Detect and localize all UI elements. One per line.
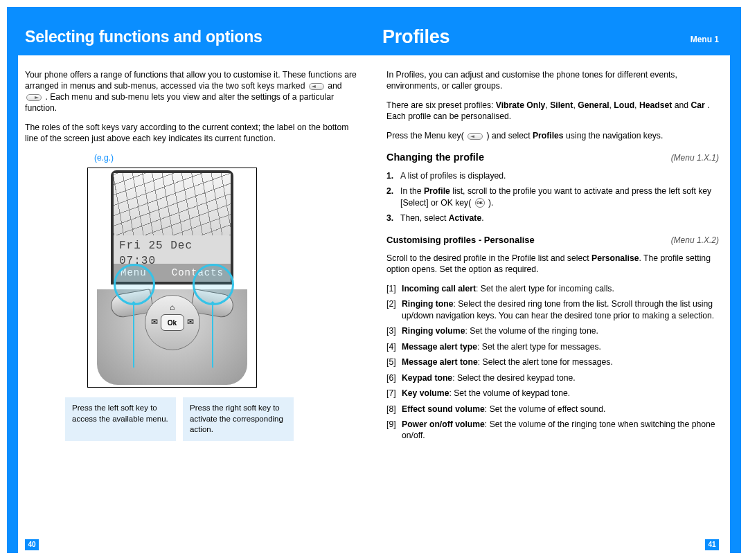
option-item: [5]Message alert tone: Select the alert … xyxy=(386,356,719,368)
ok-key: Ok xyxy=(161,314,184,331)
option-item: [4]Message alert type: Set the alert typ… xyxy=(386,341,719,352)
option-item: [9]Power on/off volume: Set the volume o… xyxy=(386,419,719,442)
menu-label: Menu 1 xyxy=(691,35,719,44)
menu-key-icon xyxy=(467,133,483,140)
option-item: [6]Keypad tone: Select the desired keypa… xyxy=(386,372,719,383)
callout-right-text: Press the right soft key to activate the… xyxy=(183,397,294,441)
left-softkey-icon xyxy=(309,83,324,90)
section-2-intro: Scroll to the desired profile in the Pro… xyxy=(386,253,719,275)
mail-left-icon: ✉ xyxy=(151,317,158,328)
section-2-title: Customising profiles - Personalise xyxy=(386,233,535,246)
left-column: Your phone offers a range of functions t… xyxy=(18,55,377,553)
phone-illustration: Fri 25 Dec 07:30 Menu Contacts xyxy=(87,168,257,388)
dpad: ⌂ ✉ ✉ Ok xyxy=(145,295,200,350)
section-2-menu: (Menu 1.X.2) xyxy=(671,235,719,246)
ok-icon: OK xyxy=(475,198,485,208)
mail-right-icon: ✉ xyxy=(187,317,194,328)
right-intro-1: In Profiles, you can adjust and customis… xyxy=(386,69,719,91)
example-label: (e.g.) xyxy=(94,153,357,164)
phone-keypad: ⌂ ✉ ✉ Ok xyxy=(97,289,247,385)
callout-arrow-right xyxy=(212,305,213,368)
right-intro-2: There are six preset profiles: Vibrate O… xyxy=(386,100,719,122)
section-1-menu: (Menu 1.X.1) xyxy=(671,153,719,164)
home-icon: ⌂ xyxy=(170,302,175,314)
right-column: In Profiles, you can adjust and customis… xyxy=(377,55,730,553)
screen-date: Fri 25 Dec xyxy=(119,239,193,253)
page-spread: Selecting functions and options Profiles… xyxy=(7,7,741,553)
left-page-title: Selecting functions and options xyxy=(25,28,262,46)
option-item: [3]Ringing volume: Set the volume of the… xyxy=(386,325,719,336)
page-number-left: 40 xyxy=(25,539,39,550)
left-para-1: Your phone offers a range of functions t… xyxy=(25,69,357,114)
option-item: [7]Key volume: Set the volume of keypad … xyxy=(386,388,719,399)
callout-arrow-left xyxy=(133,305,134,368)
header-bar: Selecting functions and options Profiles… xyxy=(18,18,730,55)
section-1-title: Changing the profile xyxy=(386,151,484,164)
section-2-options: [1]Incoming call alert: Set the alert ty… xyxy=(386,283,719,442)
page-number-right: 41 xyxy=(705,539,719,550)
option-item: [8]Effect sound volume: Set the volume o… xyxy=(386,404,719,415)
right-page-title: Profiles xyxy=(382,26,449,48)
right-intro-3: Press the Menu key( ) and select Profile… xyxy=(386,130,719,141)
callout-left-text: Press the left soft key to access the av… xyxy=(65,397,176,441)
option-item: [1]Incoming call alert: Set the alert ty… xyxy=(386,283,719,294)
option-item: [2]Ringing tone: Select the desired ring… xyxy=(386,298,719,321)
section-1-steps: 1.A list of profiles is displayed. 2. In… xyxy=(386,170,719,224)
left-para-2: The roles of the soft keys vary accordin… xyxy=(25,122,357,144)
right-softkey-icon xyxy=(26,94,42,101)
